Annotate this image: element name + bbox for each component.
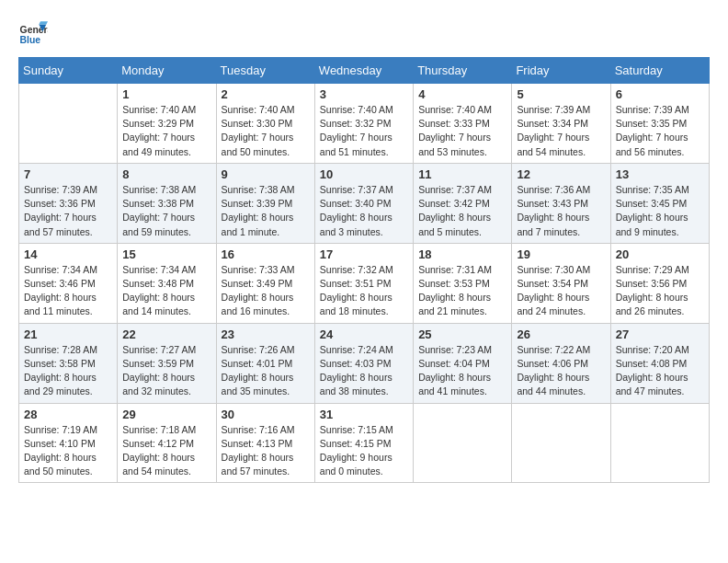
day-number: 20 (616, 247, 704, 261)
day-number: 30 (222, 408, 310, 421)
day-info: Sunrise: 7:22 AM Sunset: 4:06 PM Dayligh… (517, 343, 605, 399)
day-info: Sunrise: 7:32 AM Sunset: 3:51 PM Dayligh… (320, 263, 408, 319)
day-info: Sunrise: 7:15 AM Sunset: 4:15 PM Dayligh… (320, 423, 408, 479)
day-number: 18 (418, 247, 506, 261)
day-number: 17 (320, 247, 408, 261)
day-info: Sunrise: 7:40 AM Sunset: 3:32 PM Dayligh… (320, 103, 408, 159)
calendar-cell: 13Sunrise: 7:35 AM Sunset: 3:45 PM Dayli… (610, 163, 709, 243)
day-number: 11 (418, 167, 506, 181)
svg-marker-3 (39, 21, 48, 24)
day-number: 9 (222, 167, 310, 181)
day-number: 3 (320, 87, 408, 101)
weekday-header: Thursday (414, 58, 512, 84)
day-number: 19 (517, 247, 605, 261)
day-info: Sunrise: 7:37 AM Sunset: 3:40 PM Dayligh… (320, 183, 408, 239)
svg-text:Blue: Blue (20, 35, 41, 45)
day-info: Sunrise: 7:20 AM Sunset: 4:08 PM Dayligh… (616, 343, 704, 399)
day-info: Sunrise: 7:38 AM Sunset: 3:38 PM Dayligh… (122, 183, 210, 239)
day-info: Sunrise: 7:33 AM Sunset: 3:49 PM Dayligh… (222, 263, 310, 319)
day-number: 8 (122, 167, 210, 181)
calendar-cell: 24Sunrise: 7:24 AM Sunset: 4:03 PM Dayli… (314, 323, 413, 403)
calendar-cell: 2Sunrise: 7:40 AM Sunset: 3:30 PM Daylig… (216, 84, 314, 164)
page-header: General Blue (18, 18, 710, 48)
day-info: Sunrise: 7:39 AM Sunset: 3:35 PM Dayligh… (616, 103, 704, 159)
day-info: Sunrise: 7:24 AM Sunset: 4:03 PM Dayligh… (320, 343, 408, 399)
calendar-cell: 30Sunrise: 7:16 AM Sunset: 4:13 PM Dayli… (216, 403, 314, 483)
weekday-header: Tuesday (216, 58, 314, 84)
day-info: Sunrise: 7:40 AM Sunset: 3:30 PM Dayligh… (222, 103, 310, 159)
calendar-cell: 7Sunrise: 7:39 AM Sunset: 3:36 PM Daylig… (19, 163, 118, 243)
calendar-cell: 28Sunrise: 7:19 AM Sunset: 4:10 PM Dayli… (19, 403, 118, 483)
calendar-cell: 15Sunrise: 7:34 AM Sunset: 3:48 PM Dayli… (118, 243, 216, 323)
day-info: Sunrise: 7:18 AM Sunset: 4:12 PM Dayligh… (122, 423, 210, 479)
logo-icon: General Blue (18, 18, 48, 48)
calendar-cell: 6Sunrise: 7:39 AM Sunset: 3:35 PM Daylig… (610, 84, 709, 164)
day-number: 27 (616, 327, 704, 341)
day-number: 7 (24, 167, 112, 181)
day-number: 22 (122, 327, 210, 341)
calendar-cell: 11Sunrise: 7:37 AM Sunset: 3:42 PM Dayli… (414, 163, 512, 243)
calendar-cell: 23Sunrise: 7:26 AM Sunset: 4:01 PM Dayli… (216, 323, 314, 403)
day-info: Sunrise: 7:23 AM Sunset: 4:04 PM Dayligh… (418, 343, 506, 399)
day-info: Sunrise: 7:36 AM Sunset: 3:43 PM Dayligh… (517, 183, 605, 239)
calendar-cell: 4Sunrise: 7:40 AM Sunset: 3:33 PM Daylig… (414, 84, 512, 164)
calendar-cell: 26Sunrise: 7:22 AM Sunset: 4:06 PM Dayli… (512, 323, 610, 403)
day-number: 31 (320, 408, 408, 421)
day-info: Sunrise: 7:28 AM Sunset: 3:58 PM Dayligh… (24, 343, 112, 399)
day-info: Sunrise: 7:40 AM Sunset: 3:29 PM Dayligh… (122, 103, 210, 159)
day-info: Sunrise: 7:31 AM Sunset: 3:53 PM Dayligh… (418, 263, 506, 319)
day-number: 26 (517, 327, 605, 341)
weekday-header: Monday (118, 58, 216, 84)
day-info: Sunrise: 7:16 AM Sunset: 4:13 PM Dayligh… (222, 423, 310, 479)
day-number: 14 (24, 247, 112, 261)
calendar-cell: 18Sunrise: 7:31 AM Sunset: 3:53 PM Dayli… (414, 243, 512, 323)
day-number: 25 (418, 327, 506, 341)
calendar-cell: 20Sunrise: 7:29 AM Sunset: 3:56 PM Dayli… (610, 243, 709, 323)
calendar-cell: 27Sunrise: 7:20 AM Sunset: 4:08 PM Dayli… (610, 323, 709, 403)
calendar-cell: 1Sunrise: 7:40 AM Sunset: 3:29 PM Daylig… (118, 84, 216, 164)
day-number: 12 (517, 167, 605, 181)
calendar-cell: 19Sunrise: 7:30 AM Sunset: 3:54 PM Dayli… (512, 243, 610, 323)
day-number: 21 (24, 327, 112, 341)
calendar-cell: 31Sunrise: 7:15 AM Sunset: 4:15 PM Dayli… (314, 403, 413, 483)
day-info: Sunrise: 7:37 AM Sunset: 3:42 PM Dayligh… (418, 183, 506, 239)
calendar-cell: 22Sunrise: 7:27 AM Sunset: 3:59 PM Dayli… (118, 323, 216, 403)
weekday-header: Wednesday (314, 58, 413, 84)
day-info: Sunrise: 7:26 AM Sunset: 4:01 PM Dayligh… (222, 343, 310, 399)
day-number: 13 (616, 167, 704, 181)
day-number: 5 (517, 87, 605, 101)
calendar-cell: 5Sunrise: 7:39 AM Sunset: 3:34 PM Daylig… (512, 84, 610, 164)
day-number: 4 (418, 87, 506, 101)
day-number: 6 (616, 87, 704, 101)
calendar-cell (414, 403, 512, 483)
day-info: Sunrise: 7:30 AM Sunset: 3:54 PM Dayligh… (517, 263, 605, 319)
day-info: Sunrise: 7:29 AM Sunset: 3:56 PM Dayligh… (616, 263, 704, 319)
calendar-cell: 16Sunrise: 7:33 AM Sunset: 3:49 PM Dayli… (216, 243, 314, 323)
day-number: 1 (122, 87, 210, 101)
weekday-header: Sunday (19, 58, 118, 84)
day-number: 2 (222, 87, 310, 101)
calendar-cell: 14Sunrise: 7:34 AM Sunset: 3:46 PM Dayli… (19, 243, 118, 323)
day-info: Sunrise: 7:35 AM Sunset: 3:45 PM Dayligh… (616, 183, 704, 239)
calendar-cell: 21Sunrise: 7:28 AM Sunset: 3:58 PM Dayli… (19, 323, 118, 403)
day-info: Sunrise: 7:27 AM Sunset: 3:59 PM Dayligh… (122, 343, 210, 399)
calendar-cell: 12Sunrise: 7:36 AM Sunset: 3:43 PM Dayli… (512, 163, 610, 243)
day-info: Sunrise: 7:39 AM Sunset: 3:34 PM Dayligh… (517, 103, 605, 159)
day-number: 29 (122, 408, 210, 421)
day-info: Sunrise: 7:19 AM Sunset: 4:10 PM Dayligh… (24, 423, 112, 479)
calendar-cell: 8Sunrise: 7:38 AM Sunset: 3:38 PM Daylig… (118, 163, 216, 243)
calendar-cell: 3Sunrise: 7:40 AM Sunset: 3:32 PM Daylig… (314, 84, 413, 164)
day-number: 15 (122, 247, 210, 261)
weekday-header: Saturday (610, 58, 709, 84)
day-info: Sunrise: 7:39 AM Sunset: 3:36 PM Dayligh… (24, 183, 112, 239)
day-info: Sunrise: 7:34 AM Sunset: 3:46 PM Dayligh… (24, 263, 112, 319)
day-number: 16 (222, 247, 310, 261)
calendar-cell: 9Sunrise: 7:38 AM Sunset: 3:39 PM Daylig… (216, 163, 314, 243)
day-number: 28 (24, 408, 112, 421)
calendar-cell (19, 84, 118, 164)
weekday-header: Friday (512, 58, 610, 84)
logo: General Blue (18, 18, 48, 48)
day-number: 24 (320, 327, 408, 341)
calendar-cell: 17Sunrise: 7:32 AM Sunset: 3:51 PM Dayli… (314, 243, 413, 323)
calendar-cell (610, 403, 709, 483)
